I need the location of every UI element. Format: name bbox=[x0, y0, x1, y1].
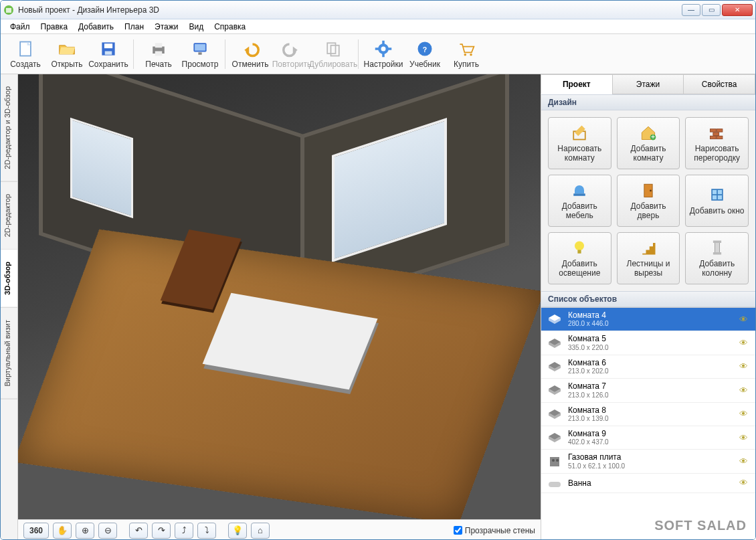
rotate-left-button[interactable]: ↶ bbox=[129, 523, 148, 539]
list-item[interactable]: Ванна👁 bbox=[541, 474, 755, 493]
tab-project[interactable]: Проект bbox=[541, 74, 613, 94]
object-name: Комната 4 bbox=[568, 310, 734, 320]
close-button[interactable]: ✕ bbox=[722, 4, 753, 16]
draw-partition-button[interactable]: Нарисовать перегородку bbox=[685, 117, 749, 169]
box-icon bbox=[547, 337, 563, 350]
svg-rect-21 bbox=[375, 48, 379, 50]
monitor-icon bbox=[191, 39, 209, 58]
tab-floors[interactable]: Этажи bbox=[612, 74, 684, 94]
menu-floors[interactable]: Этажи bbox=[149, 21, 183, 33]
buy-button[interactable]: Купить bbox=[446, 35, 487, 73]
transparent-walls-toggle[interactable]: Прозрачные стены bbox=[454, 526, 535, 535]
svg-point-37 bbox=[650, 190, 652, 192]
list-item[interactable]: Комната 8213.0 x 139.0👁 bbox=[541, 403, 755, 426]
stairs-button[interactable]: Лестницы и вырезы bbox=[617, 232, 680, 284]
tab-3d-view[interactable]: 3D-обзор bbox=[1, 250, 17, 308]
box-icon bbox=[547, 360, 563, 373]
object-name: Комната 9 bbox=[568, 429, 734, 438]
list-item[interactable]: Комната 4280.0 x 446.0👁 bbox=[541, 308, 755, 331]
rotate-right-button[interactable]: ↷ bbox=[152, 523, 171, 539]
svg-rect-32 bbox=[713, 132, 719, 135]
visibility-icon[interactable]: 👁 bbox=[739, 338, 750, 348]
tab-properties[interactable]: Свойства bbox=[683, 74, 755, 94]
object-name: Ванна bbox=[568, 478, 734, 488]
chair-icon bbox=[570, 181, 589, 199]
add-room-button[interactable]: +Добавить комнату bbox=[617, 117, 680, 169]
object-dimensions: 213.0 x 126.0 bbox=[568, 391, 734, 399]
save-button[interactable]: Сохранить bbox=[88, 35, 129, 73]
svg-point-48 bbox=[556, 459, 559, 462]
menu-edit[interactable]: Правка bbox=[35, 21, 74, 33]
svg-point-18 bbox=[381, 46, 386, 51]
column-icon bbox=[708, 238, 727, 257]
transparent-walls-checkbox[interactable] bbox=[454, 526, 462, 535]
svg-rect-19 bbox=[382, 40, 385, 43]
pan-button[interactable]: ✋ bbox=[53, 523, 72, 539]
visibility-icon[interactable]: 👁 bbox=[739, 456, 750, 466]
menu-help[interactable]: Справка bbox=[209, 21, 251, 33]
3d-viewport[interactable] bbox=[18, 74, 541, 519]
cart-icon bbox=[457, 39, 476, 58]
visibility-icon[interactable]: 👁 bbox=[739, 478, 750, 488]
box-icon bbox=[547, 476, 563, 490]
add-light-button[interactable]: Добавить освещение bbox=[548, 232, 611, 284]
window-buttons: — ▭ ✕ bbox=[682, 4, 753, 16]
tab-virtual-visit[interactable]: Виртуальный визит bbox=[1, 308, 17, 399]
right-tabs: Проект Этажи Свойства bbox=[541, 74, 755, 94]
menu-plan[interactable]: План bbox=[119, 21, 149, 33]
settings-button[interactable]: Настройки bbox=[363, 35, 404, 73]
visibility-icon[interactable]: 👁 bbox=[739, 314, 750, 325]
viewport-toolbar: 360 ✋ ⊕ ⊖ ↶ ↷ ⤴ ⤵ 💡 ⌂ Прозрачные стены bbox=[18, 519, 541, 540]
design-grid: Нарисовать комнату +Добавить комнату Нар… bbox=[541, 110, 755, 291]
object-list[interactable]: Комната 4280.0 x 446.0👁Комната 5335.0 x … bbox=[541, 307, 755, 540]
box-icon bbox=[547, 383, 563, 397]
list-item[interactable]: Комната 6213.0 x 202.0👁 bbox=[541, 355, 755, 379]
tilt-up-button[interactable]: ⤴ bbox=[175, 523, 193, 539]
tab-2d-editor[interactable]: 2D-редактор bbox=[1, 182, 17, 250]
svg-rect-35 bbox=[574, 193, 586, 196]
home-button[interactable]: ⌂ bbox=[251, 523, 270, 539]
tab-2d-3d[interactable]: 2D-редактор и 3D-обзор bbox=[1, 74, 17, 182]
bulb-icon bbox=[570, 238, 589, 257]
zoom-in-button[interactable]: ⊕ bbox=[76, 523, 94, 539]
add-column-button[interactable]: Добавить колонну bbox=[685, 232, 749, 284]
zoom-out-button[interactable]: ⊖ bbox=[98, 523, 117, 539]
visibility-icon[interactable]: 👁 bbox=[739, 361, 750, 371]
tilt-down-button[interactable]: ⤵ bbox=[197, 523, 216, 539]
object-dimensions: 213.0 x 139.0 bbox=[568, 415, 734, 423]
list-item[interactable]: Комната 9402.0 x 437.0👁 bbox=[541, 426, 755, 450]
maximize-button[interactable]: ▭ bbox=[702, 4, 721, 16]
redo-button[interactable]: Повторить bbox=[271, 35, 312, 73]
svg-rect-8 bbox=[155, 43, 163, 48]
object-name: Комната 6 bbox=[568, 358, 734, 367]
light-button[interactable]: 💡 bbox=[228, 523, 247, 539]
undo-button[interactable]: Отменить bbox=[229, 35, 271, 73]
visibility-icon[interactable]: 👁 bbox=[739, 433, 750, 443]
open-button[interactable]: Открыть bbox=[46, 35, 88, 73]
list-item[interactable]: Газовая плита51.0 x 62.1 x 100.0👁 bbox=[541, 450, 755, 473]
visibility-icon[interactable]: 👁 bbox=[739, 385, 750, 395]
svg-rect-49 bbox=[549, 482, 561, 487]
print-button[interactable]: Печать bbox=[138, 35, 179, 73]
menubar: Файл Правка Добавить План Этажи Вид Спра… bbox=[1, 19, 755, 34]
tutorial-button[interactable]: ?Учебник bbox=[404, 35, 446, 73]
add-furniture-button[interactable]: Добавить мебель bbox=[548, 175, 611, 227]
draw-room-button[interactable]: Нарисовать комнату bbox=[548, 117, 611, 169]
menu-file[interactable]: Файл bbox=[5, 21, 35, 33]
add-door-button[interactable]: Добавить дверь bbox=[617, 175, 680, 227]
rotate-360-button[interactable]: 360 bbox=[23, 523, 49, 539]
minimize-button[interactable]: — bbox=[682, 4, 700, 16]
add-window-button[interactable]: Добавить окно bbox=[685, 175, 749, 227]
list-item[interactable]: Комната 5335.0 x 220.0👁 bbox=[541, 331, 755, 355]
object-dimensions: 402.0 x 437.0 bbox=[568, 438, 734, 446]
svg-rect-45 bbox=[713, 252, 721, 255]
duplicate-button[interactable]: Дублировать bbox=[312, 35, 354, 73]
viewport-container: 360 ✋ ⊕ ⊖ ↶ ↷ ⤴ ⤵ 💡 ⌂ Прозрачные стены bbox=[18, 74, 541, 540]
visibility-icon[interactable]: 👁 bbox=[739, 409, 750, 419]
list-item[interactable]: Комната 7213.0 x 126.0👁 bbox=[541, 379, 755, 402]
menu-add[interactable]: Добавить bbox=[73, 21, 119, 33]
new-button[interactable]: Создать bbox=[5, 35, 46, 73]
preview-button[interactable]: Просмотр bbox=[179, 35, 221, 73]
menu-view[interactable]: Вид bbox=[183, 21, 209, 33]
redo-icon bbox=[282, 39, 301, 58]
